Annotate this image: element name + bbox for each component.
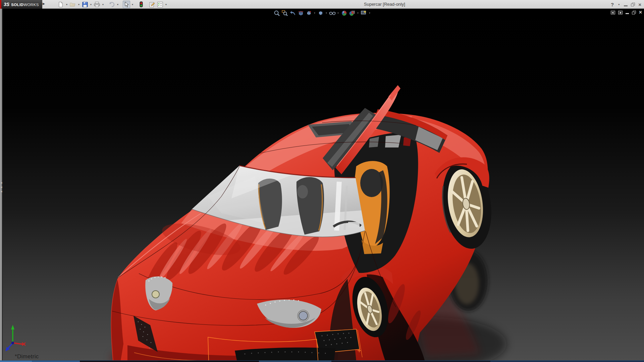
apply-scene-dropdown-icon[interactable]: ▾ xyxy=(357,12,359,14)
reference-triad xyxy=(2,322,36,352)
display-style-icon[interactable] xyxy=(317,10,324,16)
document-window-controls: × xyxy=(611,10,642,15)
minimize-button[interactable] xyxy=(624,5,628,6)
new-dropdown-icon[interactable]: ▾ xyxy=(65,3,68,6)
collapse-arrow-icon[interactable]: ◄ xyxy=(0,190,3,193)
pane-toggle-right-icon[interactable] xyxy=(618,11,623,14)
view-orientation-icon[interactable] xyxy=(305,10,312,16)
view-settings-icon[interactable] xyxy=(360,10,367,16)
window-controls: ? ▾ × xyxy=(611,0,641,9)
save-icon[interactable] xyxy=(81,1,89,8)
title-bar: 3S SOLIDWORKS ▶ ▾ ▾ ▾ ▾ ▾ ▾ ▾ Super xyxy=(0,0,644,9)
previous-view-icon[interactable] xyxy=(289,10,296,16)
undo-dropdown-icon[interactable]: ▾ xyxy=(116,3,119,6)
window-title: Supercar [Read-only] xyxy=(364,2,405,7)
save-dropdown-icon[interactable]: ▾ xyxy=(89,3,93,6)
new-document-icon[interactable] xyxy=(57,1,64,8)
print-icon[interactable] xyxy=(93,1,101,8)
section-view-icon[interactable] xyxy=(297,10,304,16)
apply-scene-icon[interactable] xyxy=(348,10,356,16)
view-orientation-label: *Dimetric xyxy=(15,353,39,360)
center-intake xyxy=(235,348,335,360)
undo-icon[interactable] xyxy=(108,1,115,8)
document-restore-button[interactable] xyxy=(632,11,636,14)
open-icon[interactable] xyxy=(69,1,76,8)
close-button[interactable]: × xyxy=(638,2,641,7)
rebuild-traffic-light-icon[interactable] xyxy=(138,1,145,8)
open-dropdown-icon[interactable]: ▾ xyxy=(77,3,80,6)
graphics-viewport[interactable]: ▾ ▾ ▾ ▾ ▾ × ◄ ◄ ◄ xyxy=(0,9,644,360)
standard-toolbar: ▾ ▾ ▾ ▾ ▾ ▾ ▾ xyxy=(57,0,168,8)
menu-expand-icon[interactable]: ▶ xyxy=(43,2,45,5)
select-tool-button[interactable] xyxy=(123,1,130,8)
logo-3ds-mark: 3S xyxy=(4,2,9,7)
logo-text-solid: SOLID xyxy=(11,3,23,7)
zoom-to-fit-icon[interactable] xyxy=(273,10,280,16)
document-minimize-button[interactable] xyxy=(626,13,629,14)
collapse-arrow-icon[interactable]: ◄ xyxy=(0,181,3,184)
edit-appearance-icon[interactable] xyxy=(340,10,347,16)
solidworks-logo[interactable]: 3S SOLIDWORKS xyxy=(1,0,42,9)
file-properties-icon[interactable] xyxy=(148,1,156,8)
display-style-dropdown-icon[interactable]: ▾ xyxy=(325,12,328,14)
car-render xyxy=(0,9,644,360)
restore-button[interactable] xyxy=(631,3,635,6)
zoom-to-area-icon[interactable] xyxy=(281,10,288,16)
pane-toggle-left-icon[interactable] xyxy=(611,11,615,14)
view-orientation-dropdown-icon[interactable]: ▾ xyxy=(313,12,316,14)
help-dropdown-icon[interactable]: ▾ xyxy=(617,3,621,6)
hide-show-dropdown-icon[interactable]: ▾ xyxy=(337,12,339,14)
print-dropdown-icon[interactable]: ▾ xyxy=(101,3,105,6)
hide-show-items-icon[interactable] xyxy=(329,10,336,16)
panel-collapse-arrows[interactable]: ◄ ◄ ◄ xyxy=(0,181,3,193)
document-close-button[interactable]: × xyxy=(639,10,642,15)
headsup-view-toolbar: ▾ ▾ ▾ ▾ ▾ xyxy=(273,10,371,16)
help-button[interactable]: ? xyxy=(611,2,614,7)
collapse-arrow-icon[interactable]: ◄ xyxy=(0,186,3,189)
select-dropdown-icon[interactable]: ▾ xyxy=(131,3,134,6)
view-settings-dropdown-icon[interactable]: ▾ xyxy=(368,12,371,14)
options-dropdown-icon[interactable]: ▾ xyxy=(164,3,168,6)
taskbar-edge[interactable] xyxy=(0,360,644,362)
logo-text-works: WORKS xyxy=(23,3,39,7)
options-icon[interactable] xyxy=(156,1,164,8)
